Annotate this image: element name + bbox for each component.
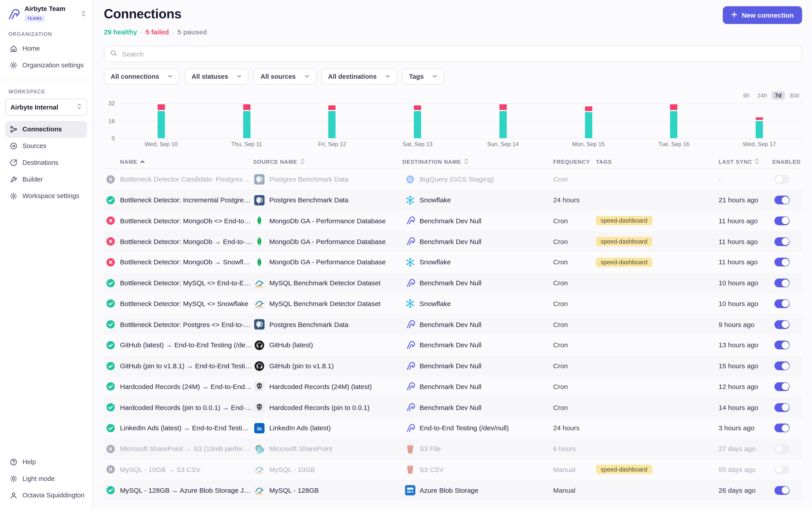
chart-x-axis: Wed, Sep 10Thu, Sep 11Fri, Sep 12Sat, Se… xyxy=(119,141,802,147)
sidebar-item-home[interactable]: Home xyxy=(5,40,87,57)
enabled-toggle[interactable] xyxy=(775,444,790,453)
column-header-name[interactable]: NAME xyxy=(104,158,253,165)
source-name: Hardcoded Records (24M) (latest) xyxy=(269,383,371,391)
table-row[interactable]: Bottleneck Detector: MongoDb <> End-to-E… xyxy=(104,210,802,231)
healthy-bar xyxy=(414,111,421,138)
summary-paused: 5 paused xyxy=(177,28,207,36)
source-name: GitHub (pin to v1.8.1) xyxy=(269,362,334,370)
enabled-cell xyxy=(768,237,802,246)
enabled-toggle[interactable] xyxy=(775,175,790,184)
healthy-bar xyxy=(329,111,336,138)
destination-name: Benchmark Dev Null xyxy=(420,362,482,370)
column-header-source-name[interactable]: SOURCE NAME xyxy=(253,158,402,165)
airbyte-icon xyxy=(405,381,415,392)
range-option-24h[interactable]: 24h xyxy=(754,91,770,100)
table-row[interactable]: GitHub (latest) → End-to-End Testing (/d… xyxy=(104,335,802,355)
y-axis-tick-label: 32 xyxy=(108,100,115,106)
org-switcher[interactable]: Airbyte Team TEAMS xyxy=(5,0,87,23)
new-connection-button[interactable]: New connection xyxy=(723,6,802,24)
connection-name-cell: Hardcoded Records (24M) → End-to-End Te.… xyxy=(104,382,253,391)
connection-name-cell: LinkedIn Ads (latest) → End-to-End Testi… xyxy=(104,424,253,432)
sidebar-item-workspace-settings[interactable]: Workspace settings xyxy=(5,188,87,205)
filter-dropdown-all-sources[interactable]: All sources xyxy=(254,68,316,84)
enabled-toggle[interactable] xyxy=(775,423,790,433)
table-row[interactable]: Bottleneck Detector: MySQL <> End-to-End… xyxy=(104,273,802,293)
range-option-7d[interactable]: 7d xyxy=(772,91,785,100)
last-sync-value: 27 days ago xyxy=(718,445,755,453)
workspace-nav: ConnectionsSourcesDestinationsBuilderWor… xyxy=(5,121,87,204)
enabled-toggle[interactable] xyxy=(775,465,790,474)
sidebar-footer-help[interactable]: Help xyxy=(5,454,87,470)
sidebar-item-organization-settings[interactable]: Organization settings xyxy=(5,57,87,74)
sidebar-footer-light-mode[interactable]: Light mode xyxy=(5,470,87,487)
table-row[interactable]: Hardcoded Records (pin to 0.0.1) → End-t… xyxy=(104,397,802,418)
table-row[interactable]: Bottleneck Detector: Incremental Postgre… xyxy=(104,190,802,210)
search-bar[interactable] xyxy=(104,46,802,62)
enabled-cell xyxy=(768,465,802,474)
enabled-toggle[interactable] xyxy=(775,299,790,308)
airbyte-icon xyxy=(405,402,415,413)
table-row[interactable]: MySQL - 128GB → Azure Blob Storage JSOn … xyxy=(104,480,802,501)
enabled-toggle[interactable] xyxy=(775,341,790,350)
s3-icon xyxy=(405,444,415,454)
range-option-30d[interactable]: 30d xyxy=(786,91,802,100)
table-row[interactable]: Bottleneck Detector: Postgres <> End-to-… xyxy=(104,314,802,335)
last-sync-cell: 14 hours ago xyxy=(713,404,768,411)
table-row[interactable]: LinkedIn Ads (latest) → End-to-End Testi… xyxy=(104,418,802,439)
connection-name: Bottleneck Detector: MySQL <> Snowflake xyxy=(120,300,249,308)
frequency-cell: 24 hours xyxy=(553,424,596,432)
sidebar-item-sources-label: Sources xyxy=(23,142,46,150)
sidebar-item-connections[interactable]: Connections xyxy=(5,121,87,138)
source-name: MySQL - 10GB xyxy=(269,466,315,474)
enabled-toggle[interactable] xyxy=(775,237,790,246)
table-row[interactable]: MySQL - 10GB → S3 CSVMySQLMySQL - 10GBS3… xyxy=(104,459,802,480)
connection-name-cell: Hardcoded Records (pin to 0.0.1) → End-t… xyxy=(104,403,253,411)
enabled-cell xyxy=(768,258,802,267)
filter-dropdown-tags[interactable]: Tags xyxy=(402,68,444,84)
enabled-toggle[interactable] xyxy=(775,216,790,225)
column-header-enabled: ENABLED xyxy=(768,158,802,165)
range-option-6h[interactable]: 6h xyxy=(740,91,753,100)
status-healthy-icon xyxy=(106,300,115,308)
enabled-toggle[interactable] xyxy=(775,486,790,495)
filter-dropdown-all-statuses[interactable]: All statuses xyxy=(185,68,249,84)
enabled-toggle[interactable] xyxy=(775,258,790,267)
enabled-toggle[interactable] xyxy=(775,362,790,371)
sidebar-item-destinations[interactable]: Destinations xyxy=(5,155,87,171)
toggle-knob xyxy=(781,425,789,432)
column-header-label: DESTINATION NAME xyxy=(402,158,461,165)
sidebar-item-sources[interactable]: Sources xyxy=(5,138,87,155)
table-row[interactable]: Hardcoded Records (24M) → End-to-End Te.… xyxy=(104,376,802,397)
column-header-destination-name[interactable]: DESTINATION NAME xyxy=(402,158,553,165)
sidebar-item-builder[interactable]: Builder xyxy=(5,171,87,188)
last-sync-cell: 27 days ago xyxy=(713,445,768,453)
search-input[interactable] xyxy=(122,50,796,58)
workspace-selector[interactable]: Airbyte Internal xyxy=(5,99,87,116)
table-row[interactable]: Bottleneck Detector Candidate: Postgres … xyxy=(104,169,802,190)
table-row[interactable]: GitHub (pin to v1.8.1) → End-to-End Test… xyxy=(104,355,802,376)
frequency-value: 6 hours xyxy=(553,445,576,453)
table-row[interactable]: Bottleneck Detector: MongoDb → Snowflake… xyxy=(104,252,802,273)
sidebar-footer-light-mode-label: Light mode xyxy=(23,475,55,482)
chart-bar-group xyxy=(119,104,204,138)
column-header-last-sync[interactable]: LAST SYNC xyxy=(713,158,768,165)
enabled-toggle[interactable] xyxy=(775,320,790,329)
sidebar-footer-octavia-squiddington[interactable]: Octavia Squiddington xyxy=(5,487,87,504)
table-row[interactable]: Microsoft SharePoint → S3 (13mb performa… xyxy=(104,439,802,459)
source-name: Microsoft SharePoint xyxy=(269,445,332,453)
builder-icon xyxy=(9,175,18,183)
sidebar-footer-help-label: Help xyxy=(23,459,36,466)
enabled-toggle[interactable] xyxy=(775,382,790,391)
filter-dropdown-all-connections[interactable]: All connections xyxy=(104,68,180,84)
table-row[interactable]: Bottleneck Detector: MySQL <> SnowflakeM… xyxy=(104,293,802,314)
enabled-toggle[interactable] xyxy=(775,196,790,205)
svg-text:S: S xyxy=(257,446,260,450)
enabled-toggle[interactable] xyxy=(775,403,790,412)
time-range-selector: 6h24h7d30d xyxy=(104,91,802,100)
table-row[interactable]: Bottleneck Detector: MongoDb → End-to-En… xyxy=(104,231,802,252)
enabled-toggle[interactable] xyxy=(775,279,790,287)
source-name: LinkedIn Ads (latest) xyxy=(269,424,330,432)
filter-dropdown-all-destinations[interactable]: All destinations xyxy=(321,68,397,84)
toggle-knob xyxy=(781,487,789,494)
airbyte-icon xyxy=(405,236,415,247)
